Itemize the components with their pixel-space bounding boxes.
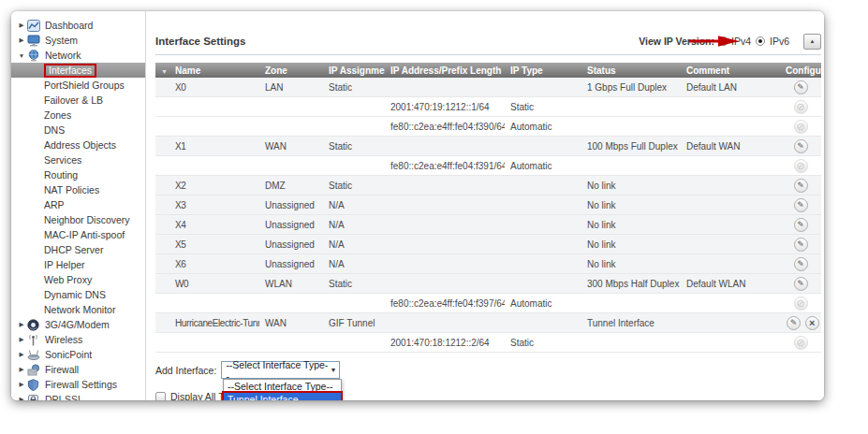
sidebar-item-mac-ip-anti-spoof[interactable]: MAC-IP Anti-spoof xyxy=(11,227,145,242)
sidebar-item-interfaces[interactable]: Interfaces xyxy=(11,63,145,78)
sidebar-item-address-objects[interactable]: Address Objects xyxy=(11,137,145,152)
cell-comment xyxy=(681,97,780,117)
sidebar-item-arp[interactable]: ARP xyxy=(11,197,145,212)
edit-pencil-icon[interactable] xyxy=(794,277,808,291)
cell-ip-type xyxy=(505,215,581,235)
edit-pencil-icon[interactable] xyxy=(787,316,801,330)
edit-pencil-icon[interactable] xyxy=(794,80,808,94)
cell-configure xyxy=(780,235,821,254)
chevron-right-icon xyxy=(17,381,26,388)
table-row: X6 Unassigned N/A No link xyxy=(155,254,821,274)
cell-ip-assignment: Static xyxy=(323,78,385,97)
table-row: X2 DMZ Static No link xyxy=(155,176,821,195)
sidebar-item-firewall-settings[interactable]: Firewall Settings xyxy=(11,377,145,392)
cell-status: Tunnel Interface xyxy=(581,313,681,333)
cell-ip-type xyxy=(505,254,581,274)
sidebar-item-wireless[interactable]: Wireless xyxy=(11,332,145,347)
display-all-traffic-checkbox[interactable] xyxy=(155,392,166,401)
collapse-section-button[interactable] xyxy=(803,34,821,50)
cell-ip-address: 2001:470:18:1212::2/64 xyxy=(385,333,505,353)
network-globe-icon xyxy=(26,49,40,62)
col-header-status[interactable]: Status xyxy=(581,63,681,78)
sidebar-item-neighbor-discovery[interactable]: Neighbor Discovery xyxy=(11,212,145,227)
disabled-icon xyxy=(794,159,808,173)
sidebar-item-sonicpoint[interactable]: SonicPoint xyxy=(11,347,145,362)
sidebar-item-system[interactable]: System xyxy=(11,33,145,48)
cell-ip-address xyxy=(385,313,505,333)
sidebar-item-services[interactable]: Services xyxy=(11,152,145,167)
sidebar-item-ip-helper[interactable]: IP Helper xyxy=(11,257,145,272)
col-header-ip-address[interactable]: IP Address/Prefix Length xyxy=(385,63,505,78)
table-row: 2001:470:18:1212::2/64 Static xyxy=(155,333,821,353)
edit-pencil-icon[interactable] xyxy=(794,179,808,193)
system-icon xyxy=(26,34,40,47)
cell-name xyxy=(169,156,259,176)
sidebar-item-zones[interactable]: Zones xyxy=(11,108,145,123)
wireless-antenna-icon xyxy=(26,333,40,346)
sidebar-item-dynamic-dns[interactable]: Dynamic DNS xyxy=(11,287,145,302)
sidebar-item-dhcp-server[interactable]: DHCP Server xyxy=(11,242,145,257)
sidebar-item-portshield-groups[interactable]: PortShield Groups xyxy=(11,78,145,93)
sidebar: Dashboard System Network Interfaces Port… xyxy=(11,11,146,400)
cell-ip-type xyxy=(505,235,581,254)
ipv4-radio-label[interactable]: IPv4 xyxy=(731,36,751,47)
sidebar-item-dns[interactable]: DNS xyxy=(11,123,145,137)
add-interface-label: Add Interface: xyxy=(155,365,216,376)
sidebar-item-web-proxy[interactable]: Web Proxy xyxy=(11,272,145,287)
cell-configure xyxy=(780,97,821,117)
cell-ip-type xyxy=(505,274,581,294)
interface-type-select[interactable]: --Select Interface Type-- xyxy=(221,361,340,379)
edit-pencil-icon[interactable] xyxy=(794,139,808,153)
edit-pencil-icon[interactable] xyxy=(794,257,808,271)
cell-ip-assignment: Static xyxy=(323,137,385,156)
cell-name xyxy=(169,294,259,313)
col-header-ip-assignment[interactable]: IP Assignment xyxy=(323,63,385,78)
col-header-configure[interactable]: Configure xyxy=(780,63,821,78)
view-ip-version-group: View IP Version: IPv4 IPv6 xyxy=(639,34,821,50)
cell-ip-type: Static xyxy=(505,97,581,117)
table-row: fe80::c2ea:e4ff:fe04:f391/64 Automatic xyxy=(155,156,821,176)
cell-name: HurricaneElectric-Tunnel xyxy=(169,313,259,333)
sidebar-item-routing[interactable]: Routing xyxy=(11,167,145,182)
sidebar-item-failover-lb[interactable]: Failover & LB xyxy=(11,93,145,108)
cell-ip-address: fe80::c2ea:e4ff:fe04:f397/64 xyxy=(385,294,505,313)
delete-x-icon[interactable] xyxy=(805,316,819,330)
cell-ip-assignment: N/A xyxy=(323,195,385,215)
edit-pencil-icon[interactable] xyxy=(794,218,808,232)
cell-name: X0 xyxy=(169,78,259,97)
col-header-ip-type[interactable]: IP Type xyxy=(505,63,581,78)
sidebar-item-dashboard[interactable]: Dashboard xyxy=(11,18,145,33)
sidebar-item-dpi-ssl[interactable]: DPI-SSL xyxy=(11,392,145,400)
cell-zone: Unassigned xyxy=(259,254,323,274)
app-window: Dashboard System Network Interfaces Port… xyxy=(11,11,824,400)
sidebar-item-firewall[interactable]: Firewall xyxy=(11,362,145,377)
cell-name xyxy=(169,333,259,353)
interface-type-dropdown-list: --Select Interface Type-- Tunnel Interfa… xyxy=(223,379,342,400)
firewall-icon xyxy=(26,363,40,376)
cell-ip-assignment: GIF Tunnel xyxy=(323,313,385,333)
edit-pencil-icon[interactable] xyxy=(794,238,808,252)
ipv6-radio-label[interactable]: IPv6 xyxy=(770,36,789,47)
sidebar-item-3g4g-modem[interactable]: 3G/4G/Modem xyxy=(11,317,145,332)
cell-status: 100 Mbps Full Duplex xyxy=(581,137,681,156)
sidebar-item-network-monitor[interactable]: Network Monitor xyxy=(11,302,145,317)
sidebar-item-network[interactable]: Network xyxy=(11,48,145,63)
col-header-comment[interactable]: Comment xyxy=(681,63,780,78)
view-ip-version-label: View IP Version: xyxy=(639,36,714,47)
edit-pencil-icon[interactable] xyxy=(794,198,808,212)
col-header-zone[interactable]: Zone xyxy=(259,63,323,78)
ipv4-radio[interactable] xyxy=(719,36,728,46)
sidebar-item-nat-policies[interactable]: NAT Policies xyxy=(11,182,145,197)
dropdown-option-tunnel-interface[interactable]: Tunnel Interface xyxy=(224,393,341,400)
ipv6-radio[interactable] xyxy=(756,36,765,46)
cell-comment: Default LAN xyxy=(681,78,780,97)
col-header-name[interactable]: Name xyxy=(169,63,259,78)
cell-expand xyxy=(155,78,169,97)
cell-ip-address: fe80::c2ea:e4ff:fe04:f391/64 xyxy=(385,156,505,176)
expand-all-header[interactable] xyxy=(155,63,169,78)
cell-zone xyxy=(259,156,323,176)
cell-configure xyxy=(780,78,821,97)
cell-zone: DMZ xyxy=(259,176,323,195)
disabled-icon xyxy=(794,336,808,350)
dropdown-option-select-type[interactable]: --Select Interface Type-- xyxy=(224,380,341,393)
